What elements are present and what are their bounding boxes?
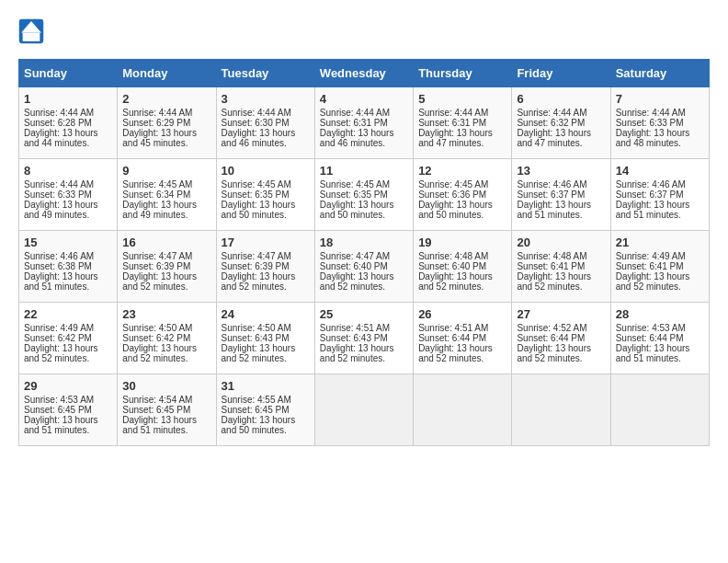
sunrise: Sunrise: 4:46 AM — [24, 251, 94, 261]
day-number: 8 — [24, 164, 112, 178]
column-header-monday: Monday — [118, 60, 216, 87]
calendar-cell: 6 Sunrise: 4:44 AM Sunset: 6:32 PM Dayli… — [512, 87, 610, 159]
daylight: Daylight: 13 hours and 45 minutes. — [122, 128, 197, 148]
sunset: Sunset: 6:31 PM — [320, 118, 388, 128]
daylight: Daylight: 13 hours and 51 minutes. — [616, 343, 690, 363]
daylight: Daylight: 13 hours and 52 minutes. — [24, 343, 98, 363]
sunrise: Sunrise: 4:44 AM — [222, 108, 291, 118]
sunrise: Sunrise: 4:46 AM — [517, 179, 586, 190]
calendar-cell: 14 Sunrise: 4:46 AM Sunset: 6:37 PM Dayl… — [610, 159, 709, 231]
sunset: Sunset: 6:35 PM — [222, 190, 290, 200]
daylight: Daylight: 13 hours and 51 minutes. — [122, 415, 197, 435]
day-number: 11 — [320, 164, 408, 178]
column-header-saturday: Saturday — [610, 60, 709, 87]
day-number: 9 — [122, 164, 210, 178]
sunrise: Sunrise: 4:50 AM — [222, 323, 291, 333]
calendar-cell: 29 Sunrise: 4:53 AM Sunset: 6:45 PM Dayl… — [19, 374, 118, 446]
day-number: 17 — [222, 236, 310, 249]
sunset: Sunset: 6:44 PM — [517, 333, 585, 343]
sunset: Sunset: 6:30 PM — [222, 118, 290, 128]
sunrise: Sunrise: 4:49 AM — [616, 251, 686, 261]
day-number: 28 — [616, 307, 704, 321]
sunset: Sunset: 6:32 PM — [517, 118, 585, 128]
sunset: Sunset: 6:45 PM — [122, 405, 190, 415]
sunset: Sunset: 6:39 PM — [122, 261, 190, 271]
calendar-cell: 15 Sunrise: 4:46 AM Sunset: 6:38 PM Dayl… — [19, 231, 118, 303]
sunset: Sunset: 6:40 PM — [320, 261, 388, 271]
sunset: Sunset: 6:41 PM — [616, 261, 684, 271]
daylight: Daylight: 13 hours and 47 minutes. — [418, 128, 493, 148]
calendar-cell: 2 Sunrise: 4:44 AM Sunset: 6:29 PM Dayli… — [118, 87, 216, 159]
sunrise: Sunrise: 4:50 AM — [122, 323, 192, 333]
calendar-cell: 26 Sunrise: 4:51 AM Sunset: 6:44 PM Dayl… — [414, 303, 512, 374]
sunrise: Sunrise: 4:55 AM — [222, 395, 291, 405]
calendar-cell: 13 Sunrise: 4:46 AM Sunset: 6:37 PM Dayl… — [512, 159, 610, 231]
calendar-cell: 9 Sunrise: 4:45 AM Sunset: 6:34 PM Dayli… — [118, 159, 216, 231]
day-number: 21 — [616, 236, 704, 249]
sunset: Sunset: 6:43 PM — [222, 333, 290, 343]
calendar-cell: 24 Sunrise: 4:50 AM Sunset: 6:43 PM Dayl… — [216, 303, 314, 374]
day-number: 5 — [418, 92, 506, 106]
daylight: Daylight: 13 hours and 52 minutes. — [122, 271, 197, 292]
daylight: Daylight: 13 hours and 48 minutes. — [616, 128, 690, 148]
calendar-cell: 25 Sunrise: 4:51 AM Sunset: 6:43 PM Dayl… — [314, 303, 413, 374]
calendar-cell: 27 Sunrise: 4:52 AM Sunset: 6:44 PM Dayl… — [512, 303, 610, 374]
sunrise: Sunrise: 4:44 AM — [418, 108, 488, 118]
day-number: 7 — [616, 92, 704, 106]
sunrise: Sunrise: 4:51 AM — [320, 323, 390, 333]
calendar-cell: 7 Sunrise: 4:44 AM Sunset: 6:33 PM Dayli… — [610, 87, 709, 159]
sunset: Sunset: 6:37 PM — [517, 190, 585, 200]
daylight: Daylight: 13 hours and 46 minutes. — [222, 128, 296, 148]
calendar-week-1: 1 Sunrise: 4:44 AM Sunset: 6:28 PM Dayli… — [19, 87, 710, 159]
sunrise: Sunrise: 4:52 AM — [517, 323, 586, 333]
calendar-week-5: 29 Sunrise: 4:53 AM Sunset: 6:45 PM Dayl… — [19, 374, 710, 446]
day-number: 10 — [222, 164, 310, 178]
day-number: 12 — [418, 164, 506, 178]
calendar-cell: 31 Sunrise: 4:55 AM Sunset: 6:45 PM Dayl… — [216, 374, 314, 446]
daylight: Daylight: 13 hours and 49 minutes. — [122, 200, 197, 220]
calendar-cell: 4 Sunrise: 4:44 AM Sunset: 6:31 PM Dayli… — [314, 87, 413, 159]
calendar-cell — [414, 374, 512, 446]
calendar-cell: 11 Sunrise: 4:45 AM Sunset: 6:35 PM Dayl… — [314, 159, 413, 231]
calendar-cell: 1 Sunrise: 4:44 AM Sunset: 6:28 PM Dayli… — [19, 87, 118, 159]
calendar-cell: 16 Sunrise: 4:47 AM Sunset: 6:39 PM Dayl… — [118, 231, 216, 303]
sunrise: Sunrise: 4:48 AM — [517, 251, 586, 261]
sunset: Sunset: 6:33 PM — [616, 118, 684, 128]
sunset: Sunset: 6:40 PM — [418, 261, 486, 271]
column-header-thursday: Thursday — [414, 60, 512, 87]
daylight: Daylight: 13 hours and 50 minutes. — [222, 200, 296, 220]
daylight: Daylight: 13 hours and 46 minutes. — [320, 128, 394, 148]
svg-rect-2 — [23, 33, 40, 41]
sunset: Sunset: 6:45 PM — [222, 405, 290, 415]
day-number: 4 — [320, 92, 408, 106]
day-number: 26 — [418, 307, 506, 321]
sunrise: Sunrise: 4:51 AM — [418, 323, 488, 333]
calendar-cell: 18 Sunrise: 4:47 AM Sunset: 6:40 PM Dayl… — [314, 231, 413, 303]
day-number: 1 — [24, 92, 112, 106]
sunset: Sunset: 6:42 PM — [122, 333, 190, 343]
sunset: Sunset: 6:44 PM — [616, 333, 684, 343]
day-number: 13 — [517, 164, 605, 178]
daylight: Daylight: 13 hours and 49 minutes. — [24, 200, 98, 220]
sunrise: Sunrise: 4:47 AM — [122, 251, 192, 261]
daylight: Daylight: 13 hours and 50 minutes. — [418, 200, 493, 220]
sunrise: Sunrise: 4:45 AM — [418, 179, 488, 190]
sunset: Sunset: 6:42 PM — [24, 333, 92, 343]
daylight: Daylight: 13 hours and 52 minutes. — [122, 343, 197, 363]
sunrise: Sunrise: 4:47 AM — [222, 251, 291, 261]
calendar-cell: 30 Sunrise: 4:54 AM Sunset: 6:45 PM Dayl… — [118, 374, 216, 446]
calendar-cell: 28 Sunrise: 4:53 AM Sunset: 6:44 PM Dayl… — [610, 303, 709, 374]
calendar-week-3: 15 Sunrise: 4:46 AM Sunset: 6:38 PM Dayl… — [19, 231, 710, 303]
calendar-cell: 23 Sunrise: 4:50 AM Sunset: 6:42 PM Dayl… — [118, 303, 216, 374]
sunrise: Sunrise: 4:45 AM — [122, 179, 192, 190]
calendar-cell: 3 Sunrise: 4:44 AM Sunset: 6:30 PM Dayli… — [216, 87, 314, 159]
sunset: Sunset: 6:28 PM — [24, 118, 92, 128]
daylight: Daylight: 13 hours and 52 minutes. — [418, 271, 493, 292]
sunset: Sunset: 6:37 PM — [616, 190, 684, 200]
sunrise: Sunrise: 4:45 AM — [320, 179, 390, 190]
calendar-cell: 19 Sunrise: 4:48 AM Sunset: 6:40 PM Dayl… — [414, 231, 512, 303]
day-number: 15 — [24, 236, 112, 249]
day-number: 18 — [320, 236, 408, 249]
daylight: Daylight: 13 hours and 51 minutes. — [24, 415, 98, 435]
sunset: Sunset: 6:45 PM — [24, 405, 92, 415]
